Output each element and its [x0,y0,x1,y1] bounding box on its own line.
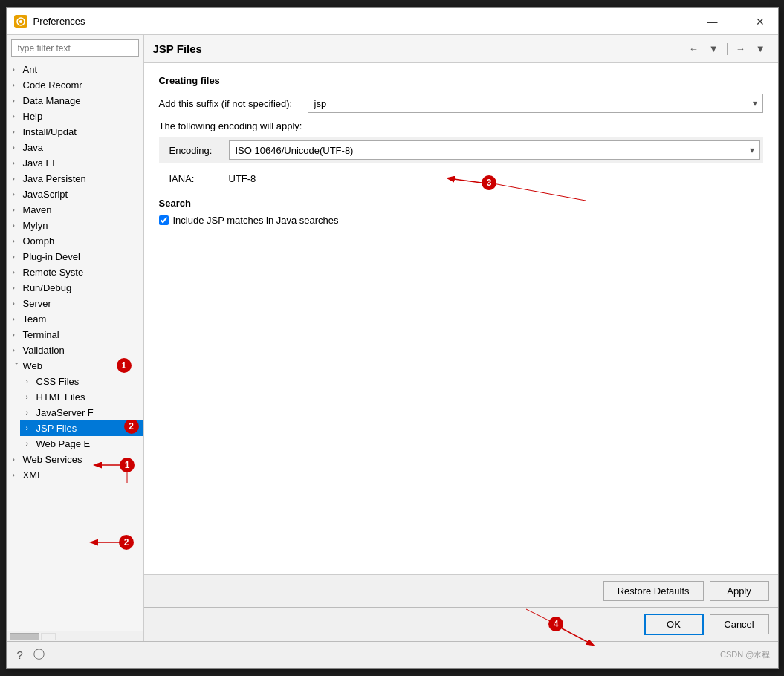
sidebar-item-label: Server [23,298,51,309]
restore-defaults-button[interactable]: Restore Defaults [603,581,704,601]
sidebar-item-label: Web [23,360,43,371]
iana-value: UTF-8 [229,173,256,184]
app-icon [14,15,27,28]
sidebar-item-label: Run/Debug [23,282,72,293]
expand-arrow: › [13,81,20,89]
search-section: Search Include JSP matches in Java searc… [159,198,763,226]
expand-arrow: › [12,363,20,370]
child-arrow: › [26,424,33,432]
info-button[interactable]: ⓘ [30,646,48,663]
expand-arrow: › [13,143,20,152]
footer-icons: ? ⓘ [14,646,48,663]
sidebar-item-validation[interactable]: › Validation [7,342,143,358]
encoding-select[interactable]: ISO 10646/Unicode(UTF-8) [229,140,760,160]
tree-area: › Ant › Code Recomr › Data Manage [7,62,143,631]
sidebar-item-javaee[interactable]: › Java EE [7,155,143,171]
maximize-button[interactable]: □ [726,14,747,29]
sidebar-item-rundebug[interactable]: › Run/Debug [7,280,143,296]
expand-arrow: › [13,159,20,167]
expand-arrow: › [13,346,20,354]
sidebar-item-team[interactable]: › Team [7,311,143,327]
window-title: Preferences [33,16,696,27]
creating-files-section: Creating files [159,75,763,86]
sidebar-item-server[interactable]: › Server [7,296,143,311]
sidebar-child-cssfiles[interactable]: › CSS Files [20,374,143,389]
sidebar-item-mylyn[interactable]: › Mylyn [7,218,143,233]
forward-button[interactable]: → [732,41,749,56]
main-content: › Ant › Code Recomr › Data Manage [7,35,778,641]
child-item-label: JSP Files [36,423,77,434]
panel-title: JSP Files [153,42,202,55]
cancel-button[interactable]: Cancel [710,614,769,634]
sidebar-item-datamanage[interactable]: › Data Manage [7,93,143,108]
include-jsp-row: Include JSP matches in Java searches [159,215,763,226]
sidebar-item-label: Team [23,313,47,325]
footer-bar: ? ⓘ CSDN @水程 [7,641,778,668]
sidebar-item-plugindevel[interactable]: › Plug-in Devel [7,249,143,264]
sidebar-item-label: Oomph [23,235,55,247]
forward-dropdown-button[interactable]: ▼ [752,41,769,56]
expand-arrow: › [13,331,20,339]
sidebar-item-javapersistence[interactable]: › Java Persisten [7,171,143,186]
include-jsp-label: Include JSP matches in Java searches [173,215,339,226]
expand-arrow: › [13,268,20,276]
sidebar-item-web[interactable]: › Web 1 [7,358,143,374]
child-item-label: HTML Files [36,391,85,403]
sidebar-item-javascript[interactable]: › JavaScript [7,186,143,202]
expand-arrow: › [13,206,20,214]
sidebar-item-label: Plug-in Devel [23,251,80,262]
sidebar-item-webservices[interactable]: › Web Services [7,452,143,467]
child-arrow: › [26,377,33,386]
filter-input[interactable] [11,39,139,57]
sidebar-item-oomph[interactable]: › Oomph [7,233,143,249]
suffix-select[interactable]: jsp [308,94,763,113]
sidebar-item-label: Web Services [23,454,82,465]
apply-button[interactable]: Apply [710,581,769,601]
encoding-note: The following encoding will apply: [159,120,763,131]
sidebar-child-jspfiles[interactable]: › JSP Files 2 [20,420,143,436]
sidebar-child-webpagebuilder[interactable]: › Web Page E [20,436,143,452]
expand-arrow: › [13,221,20,230]
footer-credit: CSDN @水程 [720,649,770,660]
expand-arrow: › [13,237,20,245]
encoding-select-wrapper: ISO 10646/Unicode(UTF-8) [229,140,760,160]
nav-divider [727,43,728,55]
back-dropdown-button[interactable]: ▼ [705,41,722,56]
sidebar-item-label: Ant [23,64,38,75]
back-button[interactable]: ← [685,41,702,56]
sidebar-item-ant[interactable]: › Ant [7,62,143,77]
sidebar-item-label: Data Manage [23,95,81,106]
sidebar-item-remotesyste[interactable]: › Remote Syste [7,264,143,280]
sidebar-item-installupdate[interactable]: › Install/Updat [7,124,143,140]
close-button[interactable]: ✕ [750,14,771,29]
child-arrow: › [26,393,33,401]
expand-arrow: › [13,128,20,136]
child-item-label: CSS Files [36,376,80,387]
minimize-button[interactable]: — [702,14,723,29]
sidebar-item-maven[interactable]: › Maven [7,202,143,218]
expand-arrow: › [13,112,20,120]
sidebar-item-label: Validation [23,345,65,356]
search-title: Search [159,198,763,209]
sidebar-item-xmi[interactable]: › XMI [7,467,143,483]
sidebar-item-label: Java EE [23,157,59,169]
svg-point-1 [19,20,22,23]
sidebar-item-java[interactable]: › Java [7,140,143,155]
panel-body: Creating files Add this suffix (if not s… [144,63,778,574]
sidebar-child-javaserverpages[interactable]: › JavaServer F [20,405,143,420]
ok-button[interactable]: OK [644,614,704,635]
sidebar-item-coderecomr[interactable]: › Code Recomr [7,77,143,93]
sidebar-item-label: Java Persisten [23,173,86,184]
expand-arrow: › [13,175,20,183]
help-button[interactable]: ? [14,647,26,663]
expand-arrow: › [13,284,20,292]
sidebar-item-label: XMI [23,469,40,481]
bottom-action-bar: Restore Defaults Apply [144,574,778,607]
sidebar-item-help[interactable]: › Help [7,108,143,124]
include-jsp-checkbox[interactable] [159,215,169,225]
expand-arrow: › [13,471,20,479]
sidebar-item-terminal[interactable]: › Terminal [7,327,143,342]
suffix-select-wrapper: jsp [308,94,763,113]
sidebar-child-htmlfiles[interactable]: › HTML Files [20,389,143,405]
annotation-badge-2: 2 [124,420,139,434]
